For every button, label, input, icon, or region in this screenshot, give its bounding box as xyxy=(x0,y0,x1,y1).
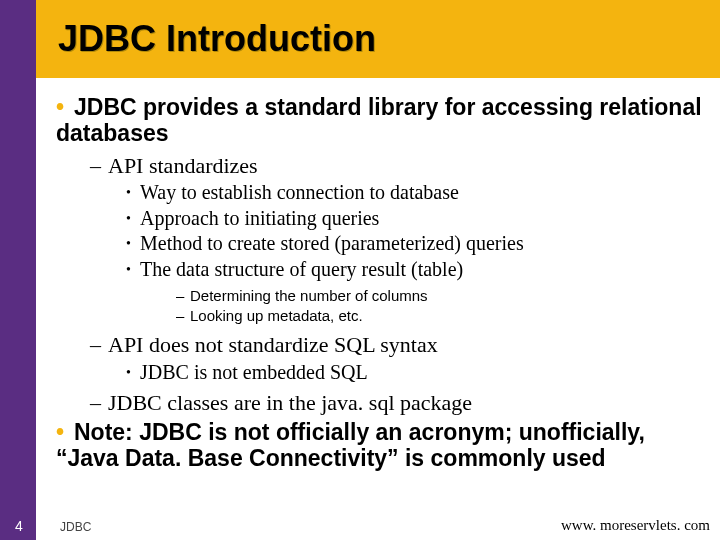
bullet-text: Looking up metadata, etc. xyxy=(190,307,363,324)
footer-left-text: JDBC xyxy=(60,520,91,534)
dot-icon: • xyxy=(126,365,140,382)
bullet-text: JDBC is not embedded SQL xyxy=(140,361,368,383)
dash-icon: – xyxy=(176,307,190,326)
bullet-level3: •Approach to initiating queries xyxy=(126,207,710,231)
bullet-level4: –Determining the number of columns xyxy=(176,287,710,306)
bullet-level4: –Looking up metadata, etc. xyxy=(176,307,710,326)
content-area: •JDBC provides a standard library for ac… xyxy=(56,92,710,512)
dot-icon: • xyxy=(126,211,140,228)
slide-title: JDBC Introduction xyxy=(58,18,376,60)
dash-icon: – xyxy=(90,390,108,416)
bullet-text: JDBC provides a standard library for acc… xyxy=(56,94,702,146)
bullet-text: Method to create stored (parameterized) … xyxy=(140,232,524,254)
bullet-text: Way to establish connection to database xyxy=(140,181,459,203)
dash-icon: – xyxy=(176,287,190,306)
page-number: 4 xyxy=(12,518,26,534)
left-accent-strip xyxy=(0,0,36,540)
bullet-text: API standardizes xyxy=(108,153,258,178)
bullet-text: JDBC classes are in the java. sql packag… xyxy=(108,390,472,415)
bullet-level3: •The data structure of query result (tab… xyxy=(126,258,710,282)
bullet-text: Note: JDBC is not officially an acronym;… xyxy=(56,419,645,471)
bullet-level2: –API does not standardize SQL syntax xyxy=(90,332,710,358)
bullet-level2: –API standardizes xyxy=(90,153,710,179)
dot-icon: • xyxy=(126,262,140,279)
bullet-level1: •JDBC provides a standard library for ac… xyxy=(56,94,710,147)
bullet-level3: •Way to establish connection to database xyxy=(126,181,710,205)
bullet-text: Determining the number of columns xyxy=(190,287,428,304)
dot-icon: • xyxy=(126,185,140,202)
bullet-level3: •Method to create stored (parameterized)… xyxy=(126,232,710,256)
bullet-level1-note: •Note: JDBC is not officially an acronym… xyxy=(56,419,710,472)
title-bar: JDBC Introduction xyxy=(36,0,720,78)
bullet-text: API does not standardize SQL syntax xyxy=(108,332,438,357)
dash-icon: – xyxy=(90,332,108,358)
footer-right-url: www. moreservlets. com xyxy=(561,517,710,534)
bullet-level2: –JDBC classes are in the java. sql packa… xyxy=(90,390,710,416)
bullet-icon: • xyxy=(56,94,74,120)
dash-icon: – xyxy=(90,153,108,179)
dot-icon: • xyxy=(126,236,140,253)
slide: JDBC Introduction •JDBC provides a stand… xyxy=(0,0,720,540)
bullet-text: The data structure of query result (tabl… xyxy=(140,258,463,280)
bullet-text: Approach to initiating queries xyxy=(140,207,379,229)
bullet-level3: •JDBC is not embedded SQL xyxy=(126,361,710,385)
bullet-icon: • xyxy=(56,419,74,445)
